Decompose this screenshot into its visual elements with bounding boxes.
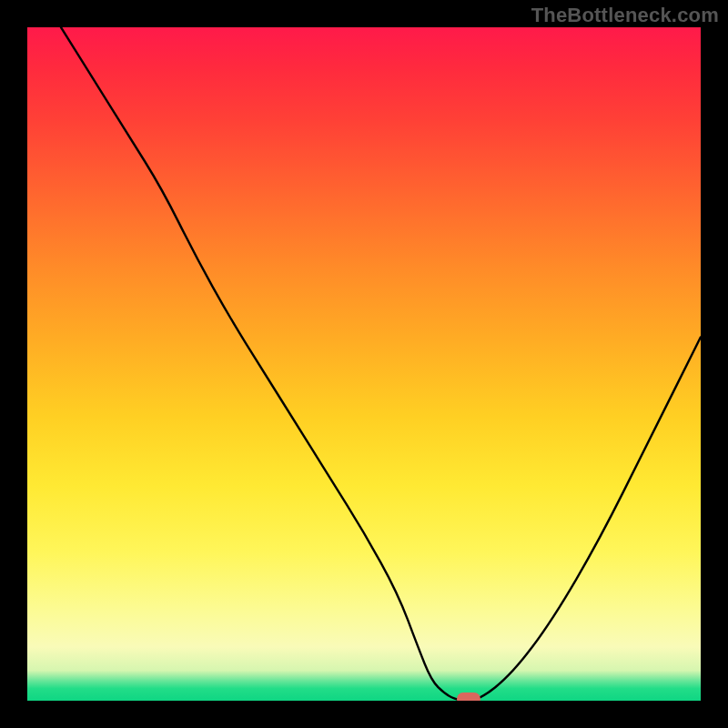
plot-area: [27, 27, 701, 701]
minimum-marker: [457, 693, 480, 701]
chart-frame: TheBottleneck.com: [0, 0, 728, 728]
bottleneck-curve: [27, 27, 701, 701]
watermark-label: TheBottleneck.com: [531, 4, 719, 27]
